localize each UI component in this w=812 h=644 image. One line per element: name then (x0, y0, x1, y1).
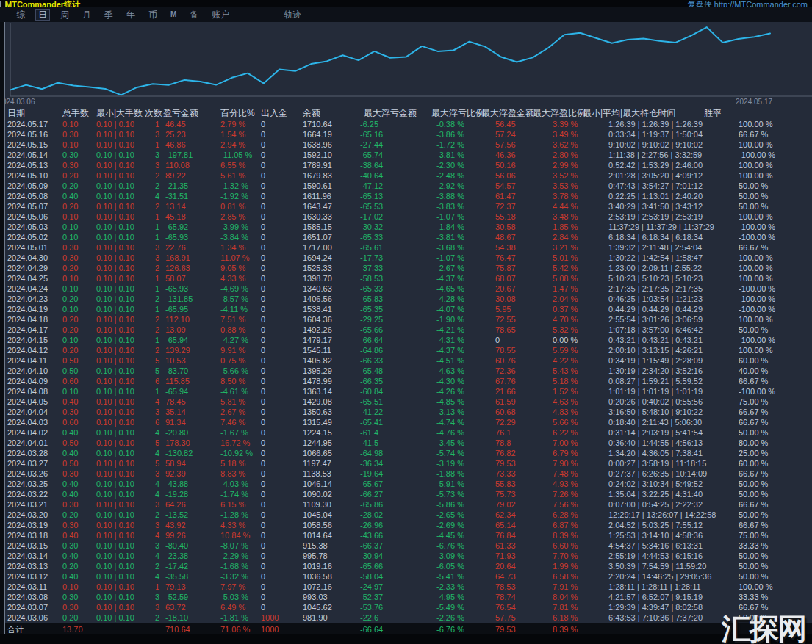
cell-up: 20.67 (495, 283, 516, 294)
cell-up: 75.87 (495, 263, 516, 273)
table-row[interactable]: 2024.04.100.500.10 | 0.105-83.70-5.66 %0… (0, 366, 812, 376)
cell-ddp: -4.95 % (436, 592, 464, 602)
table-row[interactable]: 2024.03.180.400.10 | 0.10499.2610.84 %01… (0, 530, 812, 540)
cell-n: 2 (155, 294, 159, 304)
table-row[interactable]: 2024.03.220.400.10 | 0.104-19.28-1.74 %0… (0, 489, 812, 499)
table-row[interactable]: 2024.03.210.300.10 | 0.10364.266.15 %011… (0, 499, 812, 510)
table-row[interactable]: 2024.05.080.400.10 | 0.104-31.51-1.92 %0… (0, 191, 812, 201)
cell-n: 1 (155, 140, 159, 150)
cell-bal: 1046.14 (303, 479, 332, 489)
menu-item-7[interactable]: 币 (145, 9, 160, 21)
menu-item-4[interactable]: 月 (79, 9, 94, 21)
table-row[interactable]: 2024.04.230.200.10 | 0.102-131.85-8.57 %… (0, 294, 812, 304)
table-row[interactable]: 2024.04.020.400.10 | 0.104-20.80-1.67 %0… (0, 427, 812, 438)
table-row[interactable]: 2024.04.170.200.10 | 0.10213.090.88 %014… (0, 325, 812, 335)
cell-io: 0 (261, 119, 265, 129)
cell-t: 0:33:34 | 1:19:37 | 1:50:04 (608, 129, 703, 140)
table-row[interactable]: 2024.05.010.300.10 | 0.10322.761.34 %017… (0, 242, 812, 253)
table-row[interactable]: 2024.03.150.300.10 | 0.103-80.40-8.07 %0… (0, 540, 812, 551)
cell-d: 2024.04.04 (7, 407, 48, 417)
table-row[interactable]: 2024.04.080.100.10 | 0.101-65.94-4.61 %0… (0, 386, 812, 397)
table-row[interactable]: 2024.03.080.300.10 | 0.103-52.59-5.03 %0… (0, 592, 812, 602)
cell-t: 0:07:00 | 0:54:25 | 2:22:32 (608, 499, 703, 510)
table-row[interactable]: 2024.03.060.200.10 | 0.102-18.10-1.81 %1… (0, 612, 812, 623)
table-row[interactable]: 2024.05.160.300.10 | 0.10325.231.54 %016… (0, 129, 812, 140)
table-row[interactable]: 2024.04.010.500.10 | 0.105178.3016.72 %0… (0, 438, 812, 448)
table-row[interactable]: 2024.03.070.300.10 | 0.10363.726.49 %010… (0, 602, 812, 612)
table-row[interactable]: 2024.05.130.300.10 | 0.103110.086.55 %01… (0, 160, 812, 170)
table-row[interactable]: 2024.04.180.200.10 | 0.102112.107.51 %01… (0, 314, 812, 325)
table-row[interactable]: 2024.05.100.200.10 | 0.10289.225.61 %016… (0, 170, 812, 181)
cell-win: -100.00 % (739, 304, 775, 314)
cell-d: 2024.04.08 (7, 386, 48, 397)
table-row[interactable]: 2024.04.190.100.10 | 0.101-65.95-4.11 %0… (0, 304, 812, 314)
table-row[interactable]: 2024.03.270.500.10 | 0.10558.945.18 %011… (0, 458, 812, 468)
table-row[interactable]: 2024.03.280.400.10 | 0.104-130.82-10.92 … (0, 448, 812, 458)
cell-io: 0 (261, 602, 265, 612)
cell-up: 76.84 (495, 530, 516, 540)
cell-d: 2024.04.02 (7, 427, 48, 438)
cell-bal: 1643.47 (303, 201, 332, 211)
table-row[interactable]: 2024.04.290.200.10 | 0.102126.639.05 %01… (0, 263, 812, 273)
cell-lots: 0.60 (62, 417, 78, 427)
menu-item-2[interactable]: 日 (35, 9, 50, 21)
cell-pct: -1.92 % (220, 191, 248, 201)
table-row[interactable]: 2024.04.150.100.10 | 0.101-65.94-4.27 %0… (0, 335, 812, 345)
table-row[interactable]: 2024.04.030.600.10 | 0.10691.347.46 %013… (0, 417, 812, 427)
menu-item-6[interactable]: 年 (123, 9, 138, 21)
cell-n: 4 (155, 530, 159, 540)
cell-d: 2024.05.10 (7, 170, 48, 181)
cell-win: 100.00 % (739, 119, 772, 129)
table-row[interactable]: 2024.03.120.400.10 | 0.104-35.58-3.32 %0… (0, 571, 812, 582)
menu-item-3[interactable]: 周 (57, 9, 72, 21)
cell-n: 2 (155, 181, 159, 191)
table-row[interactable]: 2024.03.110.100.10 | 0.10179.137.97 %010… (0, 582, 812, 592)
menu-item-1[interactable]: 综 (13, 9, 28, 21)
cell-pct: -5.66 % (220, 366, 248, 376)
cell-n: 1 (155, 582, 159, 592)
cell-dd: -66.37 (360, 540, 383, 551)
cell-dd: -26.96 (360, 520, 383, 530)
cell-ddp: -4.65 % (436, 283, 464, 294)
menu-item-5[interactable]: 季 (101, 9, 116, 21)
table-row[interactable]: 2024.03.260.300.10 | 0.10392.398.83 %011… (0, 468, 812, 479)
cell-ddp: -4.31 % (436, 335, 464, 345)
table-row[interactable]: 2024.04.110.500.10 | 0.10510.530.75 %014… (0, 355, 812, 366)
table-row[interactable]: 2024.04.300.300.10 | 0.103168.9111.07 %0… (0, 253, 812, 263)
cell-win: 50.00 % (739, 191, 768, 201)
cell-pnl: 92.39 (165, 468, 186, 479)
table-row[interactable]: 2024.04.050.400.10 | 0.10478.455.81 %014… (0, 397, 812, 407)
table-row[interactable]: 2024.05.140.300.10 | 0.103-197.81-11.05 … (0, 150, 812, 160)
table-row[interactable]: 2024.05.070.200.10 | 0.10213.140.81 %016… (0, 201, 812, 211)
brand-link[interactable]: 复盘侠 http://MTCommander.com (688, 0, 808, 7)
table-row[interactable]: 2024.04.240.100.10 | 0.101-65.93-4.69 %0… (0, 283, 812, 294)
table-row[interactable]: 2024.03.190.300.10 | 0.10343.924.33 %010… (0, 520, 812, 530)
table-row[interactable]: 2024.04.090.600.10 | 0.106115.858.50 %01… (0, 376, 812, 386)
cell-dd: -65.86 (360, 499, 383, 510)
table-row[interactable]: 2024.05.170.100.10 | 0.10146.452.79 %017… (0, 119, 812, 129)
menu-item-trail[interactable]: 轨迹 (281, 9, 304, 21)
table-row[interactable]: 2024.03.250.400.10 | 0.104-43.88-4.03 %0… (0, 479, 812, 489)
cell-d: 2024.04.10 (7, 366, 48, 376)
cell-dd: -65.13 (360, 191, 383, 201)
table-row[interactable]: 2024.03.140.400.10 | 0.104-23.38-2.29 %0… (0, 551, 812, 561)
table-row[interactable]: 2024.04.040.300.10 | 0.10335.142.67 %013… (0, 407, 812, 417)
table-row[interactable]: 2024.04.120.200.10 | 0.102139.299.91 %01… (0, 345, 812, 355)
table-row[interactable]: 2024.05.020.100.10 | 0.101-65.93-3.84 %0… (0, 232, 812, 242)
menu-item-9[interactable]: 备 (187, 9, 201, 21)
menu-item-10[interactable]: 账户 (209, 9, 232, 21)
menu-item-8[interactable]: M (168, 9, 179, 21)
table-row[interactable]: 2024.05.030.100.10 | 0.101-65.92-3.99 %0… (0, 222, 812, 232)
table-row[interactable]: 2024.03.130.200.10 | 0.102-17.42-1.68 %0… (0, 561, 812, 571)
table-row[interactable]: 2024.05.090.200.10 | 0.102-21.35-1.32 %0… (0, 181, 812, 191)
table-row[interactable]: 2024.05.060.100.10 | 0.10145.182.85 %016… (0, 211, 812, 222)
table-row[interactable]: 2024.03.200.200.10 | 0.102-13.52-1.28 %0… (0, 510, 812, 520)
cell-ddp: -4.30 % (436, 376, 464, 386)
cell-upp: 2.99 % (553, 160, 578, 170)
table-row[interactable]: 2024.04.250.100.10 | 0.10158.074.33 %013… (0, 273, 812, 283)
cell-pct: -10.92 % (220, 448, 253, 458)
table-row[interactable]: 2024.05.150.100.10 | 0.10146.862.94 %016… (0, 140, 812, 150)
cell-mm: 0.10 | 0.10 (96, 263, 134, 273)
cell-mm: 0.10 | 0.10 (96, 283, 134, 294)
cell-pnl: 79.13 (165, 582, 186, 592)
